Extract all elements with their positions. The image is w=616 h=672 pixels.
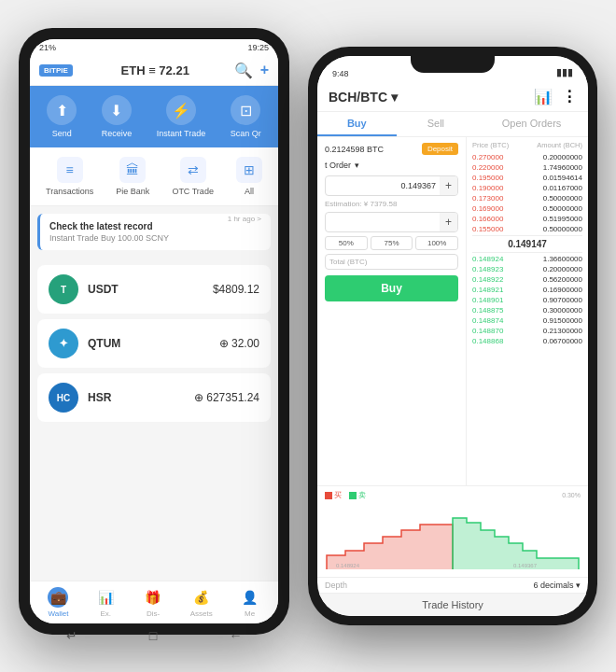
tab-me[interactable]: 👤 Me: [240, 587, 260, 618]
all-button[interactable]: ⊞ All: [236, 157, 262, 196]
android-status-bar: 21% 19:25: [30, 39, 278, 56]
depth-label: Depth: [325, 581, 347, 590]
trade-header: BCH/BTC ▾ 📊 ⋮: [317, 82, 588, 112]
tab-sell[interactable]: Sell: [397, 112, 476, 136]
usdt-name: USDT: [88, 283, 203, 296]
blue-action-bar: ⬆ Send ⬇ Receive ⚡ Instant Trade ⊡ Scan …: [30, 86, 278, 147]
recent-gesture[interactable]: ←: [229, 628, 242, 643]
home-gesture[interactable]: □: [149, 628, 157, 643]
qr-icon: ⊡: [231, 95, 260, 125]
android-header: BITPIE ETH ≡ 72.21 🔍 +: [30, 56, 278, 86]
legend-sell: 卖: [349, 490, 366, 500]
tab-discover[interactable]: 🎁 Dis-: [143, 587, 163, 618]
tab-buy[interactable]: Buy: [317, 112, 397, 136]
discover-nav-icon: 🎁: [143, 587, 163, 608]
order-type-label: t Order: [325, 161, 351, 170]
price-value[interactable]: 0.149367: [397, 178, 440, 193]
transactions-button[interactable]: ≡ Transactions: [46, 157, 93, 196]
pct-75-button[interactable]: 75%: [371, 236, 413, 250]
order-type-dropdown-icon[interactable]: ▾: [355, 161, 359, 170]
order-type-row: t Order ▾: [325, 161, 458, 170]
svg-text:0.149367: 0.149367: [513, 563, 538, 568]
list-item: 0.1660000.51995000: [472, 215, 582, 223]
order-book: Price (BTC) Amount (BCH) 0.2700000.20000…: [467, 137, 588, 485]
search-icon[interactable]: 🔍: [234, 62, 253, 79]
depth-chart: 0.148924 0.149367: [325, 504, 581, 569]
percentage-row: 50% 75% 100%: [325, 236, 458, 250]
iphone-time: 9:48: [332, 69, 349, 78]
tab-assets[interactable]: 💰 Assets: [190, 587, 213, 618]
receive-button[interactable]: ⬇ Receive: [102, 95, 133, 138]
amount-plus-icon[interactable]: +: [440, 213, 457, 231]
wallet-nav-icon: 💼: [48, 587, 68, 608]
hsr-icon: HC: [49, 383, 78, 413]
send-button[interactable]: ⬆ Send: [47, 95, 77, 138]
back-gesture[interactable]: ↵: [66, 628, 77, 643]
iphone-screen: 9:48 ▮▮▮ BCH/BTC ▾ 📊 ⋮ Buy Sell Open Ord…: [317, 56, 588, 616]
amount-value[interactable]: [432, 219, 440, 225]
pct-100-button[interactable]: 100%: [415, 236, 458, 250]
hsr-balance: ⊕ 627351.24: [194, 391, 259, 404]
wallet-item-hsr[interactable]: HC HSR ⊕ 627351.24: [37, 373, 271, 422]
header-balance: ETH ≡ 72.21: [77, 63, 234, 77]
buy-dot: [325, 492, 332, 499]
header-icons: 🔍 +: [234, 62, 269, 79]
list-item: 0.1488700.21300000: [472, 327, 582, 335]
qtum-name: QTUM: [88, 337, 210, 350]
pair-dropdown-icon: ▾: [391, 90, 398, 105]
scan-qr-button[interactable]: ⊡ Scan Qr: [231, 95, 261, 138]
iphone-notch-area: 9:48 ▮▮▮: [317, 56, 588, 82]
price-plus-icon[interactable]: +: [440, 176, 457, 195]
tab-wallet[interactable]: 💼 Wallet: [48, 587, 68, 618]
list-item: 0.1730000.50000000: [472, 194, 582, 203]
ob-price-header: Price (BTC): [472, 141, 509, 149]
instant-trade-button[interactable]: ⚡ Instant Trade: [157, 95, 206, 138]
trade-icon: ⇄: [180, 157, 206, 183]
pie-bank-button[interactable]: 🏛 Pie Bank: [116, 157, 149, 196]
trade-tabs: Buy Sell Open Orders: [317, 112, 588, 137]
wallet-item-usdt[interactable]: T USDT $4809.12: [37, 265, 271, 314]
chart-section: 买 卖 0.30% 0.148924 0.149367: [317, 485, 588, 577]
price-input-row: 0.149367 +: [325, 175, 458, 196]
list-item: 0.1488750.30000000: [472, 306, 582, 315]
order-section: 0.2124598 BTC Deposit t Order ▾ 0.149367…: [317, 137, 588, 485]
list-item: 0.1950000.01594614: [472, 174, 582, 182]
list-item: 0.1488740.91500000: [472, 316, 582, 325]
svg-text:0.148924: 0.148924: [336, 563, 360, 568]
send-icon: ⬆: [47, 95, 77, 125]
total-row: Total (BTC): [325, 254, 458, 270]
secondary-actions: ≡ Transactions 🏛 Pie Bank ⇄ OTC Trade ⊞ …: [30, 147, 278, 206]
iphone-notch: [411, 56, 495, 73]
trade-history-button[interactable]: Trade History: [317, 593, 588, 616]
depth-decimals: 6 decimals ▾: [533, 581, 581, 590]
pct-50-button[interactable]: 50%: [325, 236, 368, 250]
more-icon[interactable]: ⋮: [562, 88, 577, 105]
otc-trade-button[interactable]: ⇄ OTC Trade: [172, 157, 214, 196]
balance-row: 0.2124598 BTC Deposit: [325, 143, 458, 155]
list-item: 0.1489210.16900000: [472, 286, 582, 294]
me-nav-icon: 👤: [240, 587, 260, 608]
chart-icon[interactable]: 📊: [534, 88, 553, 105]
qtum-balance: ⊕ 32.00: [219, 337, 259, 350]
buy-button[interactable]: Buy: [325, 275, 458, 301]
wallet-item-qtum[interactable]: ✦ QTUM ⊕ 32.00: [37, 319, 271, 368]
add-icon[interactable]: +: [260, 62, 269, 79]
android-time: 19:25: [247, 43, 269, 52]
wallet-list: T USDT $4809.12 ✦ QTUM ⊕ 32.00 HC HSR ⊕ …: [30, 258, 278, 581]
sell-orders: 0.2700000.20000000 0.2200001.74960000 0.…: [472, 153, 582, 233]
deposit-button[interactable]: Deposit: [422, 143, 458, 155]
depth-footer: Depth 6 decimals ▾: [317, 577, 588, 593]
depth-dropdown-icon[interactable]: ▾: [576, 581, 581, 590]
android-gesture-bar: ↵ □ ←: [30, 625, 278, 646]
pair-title[interactable]: BCH/BTC ▾: [329, 90, 398, 105]
notification-time: 1 hr ago >: [228, 215, 261, 223]
usdt-icon: T: [49, 274, 78, 304]
tab-open-orders[interactable]: Open Orders: [475, 112, 588, 136]
iphone: 9:48 ▮▮▮ BCH/BTC ▾ 📊 ⋮ Buy Sell Open Ord…: [308, 47, 597, 625]
notification-bar[interactable]: Check the latest record 1 hr ago > Insta…: [37, 214, 271, 250]
balance-value: 0.2124598 BTC: [325, 145, 384, 154]
ob-header: Price (BTC) Amount (BCH): [472, 141, 582, 149]
qtum-icon: ✦: [49, 329, 78, 358]
tab-exchange[interactable]: 📊 Ex.: [95, 587, 116, 618]
bitpie-logo[interactable]: BITPIE: [39, 64, 73, 77]
